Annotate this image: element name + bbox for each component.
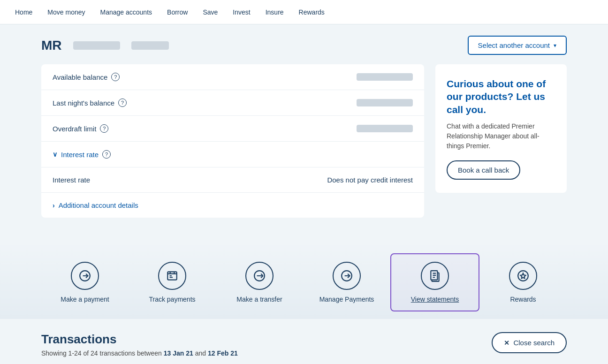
account-sort-blurred	[131, 41, 169, 50]
close-search-label: Close search	[513, 339, 555, 347]
account-header: MR Select another account ▾	[41, 36, 567, 55]
make-a-payment-label: Make a payment	[61, 296, 109, 303]
transactions-subtitle-prefix: Showing 1-24 of 24 transactions between	[41, 349, 164, 357]
overdraft-limit-label: Overdraft limit ?	[53, 124, 108, 133]
additional-details-row[interactable]: › Additional account details	[41, 193, 424, 218]
last-nights-balance-info-icon[interactable]: ?	[118, 99, 127, 107]
interest-rate-toggle-row[interactable]: ∨ Interest rate ?	[41, 142, 424, 167]
account-number-blurred	[73, 41, 120, 50]
manage-payments-label: Manage Payments	[319, 296, 374, 303]
chevron-right-icon: ›	[53, 202, 55, 209]
main-nav: Home Move money Manage accounts Borrow S…	[0, 0, 608, 24]
x-icon: ✕	[504, 339, 509, 347]
overdraft-limit-value	[357, 125, 413, 132]
interest-rate-info-icon[interactable]: ?	[102, 150, 111, 159]
available-balance-info-icon[interactable]: ?	[111, 73, 120, 81]
track-payments-icon	[158, 262, 186, 290]
promo-heading: Curious about one of our products? Let u…	[447, 77, 555, 116]
transactions-info: Transactions Showing 1-24 of 24 transact…	[41, 332, 238, 357]
chevron-up-icon: ∨	[53, 151, 57, 158]
book-call-button[interactable]: Book a call back	[447, 160, 520, 180]
close-search-button[interactable]: ✕ Close search	[492, 332, 567, 353]
action-rewards[interactable]: Rewards	[479, 254, 567, 311]
nav-insure[interactable]: Insure	[266, 7, 284, 18]
account-header-left: MR	[41, 38, 169, 53]
transactions-subtitle: Showing 1-24 of 24 transactions between …	[41, 349, 238, 357]
overdraft-limit-info-icon[interactable]: ?	[100, 124, 108, 133]
action-make-a-payment[interactable]: Make a payment	[41, 254, 129, 311]
nav-manage-accounts[interactable]: Manage accounts	[100, 7, 152, 18]
transactions-title: Transactions	[41, 332, 238, 347]
interest-rate-value: Does not pay credit interest	[327, 176, 413, 184]
make-a-transfer-label: Make a transfer	[236, 296, 282, 303]
transactions-date-from: 13 Jan 21	[164, 349, 193, 357]
action-make-a-transfer[interactable]: Make a transfer	[216, 254, 303, 311]
main-content: MR Select another account ▾ Available ba…	[23, 24, 585, 229]
overdraft-limit-row: Overdraft limit ?	[41, 116, 424, 142]
select-account-label: Select another account	[478, 41, 550, 49]
last-nights-balance-label: Last night's balance ?	[53, 99, 127, 107]
nav-move-money[interactable]: Move money	[47, 7, 85, 18]
account-details-panel: Available balance ? Last night's balance…	[41, 64, 424, 218]
account-title: MR	[41, 38, 62, 53]
select-account-button[interactable]: Select another account ▾	[468, 36, 567, 55]
view-statements-icon	[421, 262, 449, 290]
make-a-transfer-icon	[245, 262, 274, 290]
available-balance-value	[357, 73, 413, 81]
interest-rate-label: Interest rate	[53, 176, 90, 184]
view-statements-label: View statements	[411, 296, 459, 303]
rewards-icon	[509, 262, 537, 290]
interest-rate-value-row: Interest rate Does not pay credit intere…	[41, 167, 424, 193]
additional-details-toggle[interactable]: › Additional account details	[53, 201, 138, 209]
nav-invest[interactable]: Invest	[233, 7, 250, 18]
content-columns: Available balance ? Last night's balance…	[41, 64, 567, 218]
chevron-down-icon: ▾	[554, 42, 556, 49]
actions-inner: Make a payment Track payments Make a tra…	[23, 253, 585, 311]
svg-rect-1	[167, 272, 177, 280]
action-view-statements[interactable]: View statements	[390, 253, 479, 311]
transactions-header: Transactions Showing 1-24 of 24 transact…	[41, 332, 567, 357]
rewards-label: Rewards	[510, 296, 536, 303]
interest-rate-toggle[interactable]: ∨ Interest rate ?	[53, 150, 111, 159]
transactions-section: Transactions Showing 1-24 of 24 transact…	[23, 319, 585, 364]
nav-rewards[interactable]: Rewards	[299, 7, 325, 18]
nav-borrow[interactable]: Borrow	[167, 7, 188, 18]
available-balance-label: Available balance ?	[53, 73, 120, 81]
manage-payments-icon	[333, 262, 361, 290]
make-a-payment-icon	[71, 262, 99, 290]
available-balance-row: Available balance ?	[41, 64, 424, 90]
last-nights-balance-row: Last night's balance ?	[41, 90, 424, 116]
nav-save[interactable]: Save	[203, 7, 218, 18]
transactions-date-to: 12 Feb 21	[208, 349, 238, 357]
promo-text: Chat with a dedicated Premier Relationsh…	[447, 121, 555, 151]
promo-card: Curious about one of our products? Let u…	[435, 64, 567, 193]
action-manage-payments[interactable]: Manage Payments	[303, 254, 390, 311]
action-track-payments[interactable]: Track payments	[129, 254, 216, 311]
track-payments-label: Track payments	[149, 296, 195, 303]
last-nights-balance-value	[357, 99, 413, 106]
nav-home[interactable]: Home	[15, 7, 32, 18]
actions-bar: Make a payment Track payments Make a tra…	[0, 240, 608, 319]
